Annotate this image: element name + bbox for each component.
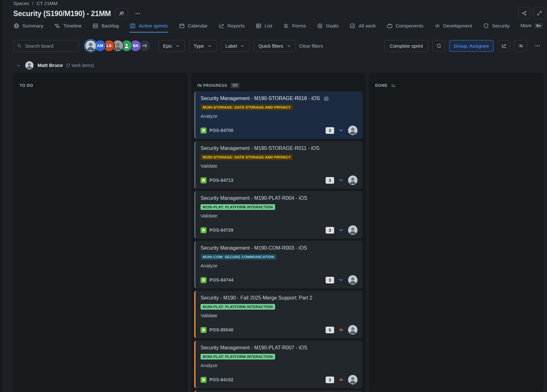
group-count: (7 work items) [66,63,94,68]
board-icon [129,23,136,29]
estimate-badge: 3 [326,127,334,134]
ellipsis-icon [135,11,141,16]
priority-low-icon [338,227,344,233]
work-item-card[interactable]: Security Management - M190-STORAGE-R018 … [194,91,363,139]
work-item-card[interactable]: Security - M190 - Fall 2025 Merge Suppor… [194,291,363,338]
filter-quick-filters-dropdown[interactable]: Quick filters [254,40,296,52]
tab-list[interactable]: List [255,23,272,33]
story-type-icon [201,177,207,183]
card-footer: POS-847293 [201,225,358,235]
card-title: Security - M190 - Fall 2025 Merge Suppor… [201,295,312,301]
epic-badge[interactable]: M190-STORAGE: DATA STORAGE AND PRIVACY [201,154,293,160]
epic-badge[interactable]: M190-PLAT: PLATFORM INTERACTION [201,354,275,359]
epic-badge[interactable]: M190-COM: SECURE COMMUNICATION [201,254,276,260]
epic-badge[interactable]: M190-PLAT: PLATFORM INTERACTION [201,204,275,210]
column-header: TO DO [13,73,188,91]
column-header: DONE [369,73,544,91]
issue-key[interactable]: POS-85540 [209,327,233,332]
column-title: TO DO [20,83,33,88]
chevron-down-icon[interactable] [16,63,21,68]
window-actions [518,7,545,19]
filter-epic-dropdown[interactable]: Epic [159,40,185,52]
tab-summary[interactable]: Summary [13,23,43,33]
tab-security[interactable]: Security [483,23,510,33]
priority-low-icon [338,127,344,134]
assignee-avatar[interactable] [348,375,358,384]
tab-goals[interactable]: Goals [317,23,339,33]
board-members-button[interactable] [115,8,128,19]
work-item-card[interactable]: Security Management - M190-COM-R003 - iO… [194,241,363,288]
assignee-avatar[interactable] [348,225,358,235]
tab-label: Summary [22,23,43,29]
priority-medium-icon [338,377,344,383]
toolbar-avatar[interactable] [85,40,96,51]
tab-reports[interactable]: Reports [219,23,245,33]
tab-label: Goals [326,23,339,29]
breadcrumb: Spaces / CT 21MM [13,1,57,6]
breadcrumb-project[interactable]: CT 21MM [37,1,57,6]
search-input[interactable] [13,40,79,52]
share-button[interactable] [518,7,530,19]
tab-forms[interactable]: Forms [283,23,306,33]
board-toolbar: AMLSNA+9 EpicTypeLabelQuick filters Clea… [13,40,544,52]
toolbar-more-button[interactable] [531,40,544,52]
feedback-loop-button[interactable] [432,40,445,52]
checklist-icon [391,83,396,88]
epic-badge[interactable]: M190-STORAGE: DATA STORAGE AND PRIVACY [201,104,293,110]
tab-active-sprints[interactable]: Active sprints [129,23,168,33]
tab-calendar[interactable]: Calendar [179,23,208,33]
story-type-icon [201,327,207,333]
tab-all-work[interactable]: All work [349,23,376,33]
filter-label: Label [225,43,237,49]
assignee-avatar[interactable] [348,325,358,335]
work-item-card[interactable] [194,390,363,392]
tab-timeline[interactable]: Timeline [54,23,81,33]
column-count-badge: 7/7 [231,83,240,88]
edit-icon[interactable] [323,96,329,102]
chevron-down-icon [240,43,245,49]
epic-badge[interactable]: M190-PLAT: PLATFORM INTERACTION [201,304,275,310]
work-item-card[interactable]: Security Management - M190-STORAGE-R011 … [194,141,363,189]
tab-label: Components [396,23,424,29]
assignee-avatar[interactable] [348,275,358,285]
issue-key[interactable]: POS-84744 [209,277,233,282]
tab-components[interactable]: Components [387,23,424,33]
tab-development[interactable]: Development [434,23,472,33]
complete-sprint-button[interactable]: Complete sprint [384,40,428,52]
filter-label-dropdown[interactable]: Label [221,40,250,52]
work-item-card[interactable]: Security Management - M190-PLAT-R007 - i… [194,341,363,388]
group-by-button[interactable]: Group: Assignee [449,40,494,52]
breadcrumb-spaces[interactable]: Spaces [13,1,29,6]
filter-type-dropdown[interactable]: Type [189,40,217,52]
issue-key[interactable]: POS-84152 [209,377,233,382]
card-status: Validate [201,163,358,169]
column-title: IN PROGRESS [197,83,227,88]
tab-backlog[interactable]: Backlog [92,23,119,33]
search-board [13,40,79,52]
people-icon [118,10,125,17]
tab-more[interactable]: More9+ [520,23,543,32]
card-title: Security Management - M190-STORAGE-R018 … [201,95,320,102]
assignee-avatar[interactable] [348,175,358,185]
backlog-icon [92,23,99,29]
assignee-avatar[interactable] [348,126,358,135]
issue-key[interactable]: POS-84729 [209,228,233,233]
fullscreen-button[interactable] [533,7,545,19]
chart-icon [501,43,507,49]
work-item-card[interactable]: Security Management - M190-PLAT-R004 - i… [194,191,363,239]
assignee-group-header[interactable]: Matt Bruce (7 work items) [16,61,94,70]
issue-key[interactable]: POS-84713 [209,178,233,183]
insights-button[interactable] [498,40,510,52]
card-footer: POS-847003 [201,126,358,135]
view-settings-button[interactable] [514,40,527,52]
group-avatar[interactable] [25,61,34,70]
card-title: Security Management - M190-PLAT-R004 - i… [201,195,307,201]
ellipsis-icon [535,43,540,49]
board-more-button[interactable] [132,8,143,19]
selected-avatar-ring[interactable] [84,39,97,52]
tab-label: Calendar [188,23,208,29]
clear-filters-button[interactable]: Clear filters [296,40,326,52]
issue-key[interactable]: POS-84700 [209,128,233,133]
estimate-badge: 3 [326,227,334,234]
story-type-icon [201,277,207,283]
